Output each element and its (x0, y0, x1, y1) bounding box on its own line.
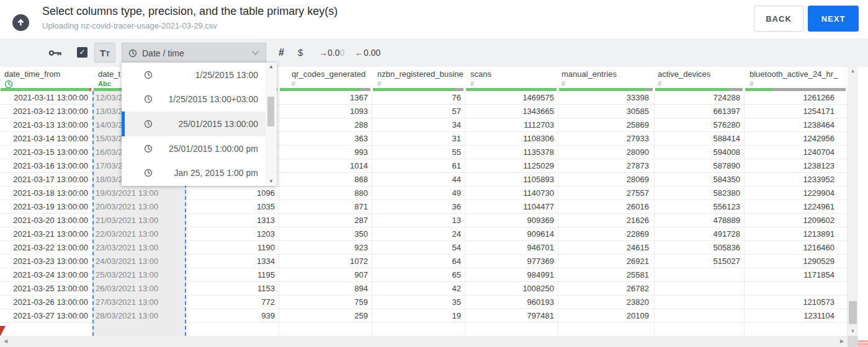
table-row: 2021-03-19 13:00:0020/03/2021 13:0010358… (0, 200, 848, 214)
table-cell: 44 (372, 173, 465, 186)
table-cell: 1112703 (465, 118, 558, 131)
table-cell (279, 323, 372, 336)
currency-type-button[interactable]: $ (298, 38, 303, 67)
table-cell: 587890 (655, 159, 745, 172)
table-cell (93, 323, 186, 336)
table-row: 2021-03-26 13:00:0027/03/2021 13:0077275… (0, 296, 848, 309)
column-name: bluetooth_active_24_hr_ (749, 69, 838, 79)
table-cell: 2021-03-15 13:00:00 (0, 146, 93, 159)
date-format-option[interactable]: 1/25/2015 13:00 (122, 63, 266, 87)
table-cell (186, 323, 279, 336)
column-header[interactable]: bluetooth_active_24_hr_# (745, 67, 848, 91)
table-cell: 661397 (655, 105, 745, 118)
primary-key-icon[interactable] (48, 38, 63, 67)
chevron-down-icon (251, 50, 259, 56)
clock-icon (144, 120, 153, 128)
date-format-option[interactable]: 25/01/2015 13:00:00 (122, 112, 266, 136)
table-cell: 27873 (558, 159, 655, 172)
scroll-down-button[interactable]: ▼ (848, 327, 858, 336)
increase-decimals-button[interactable]: →0.00 (319, 38, 344, 67)
column-header[interactable]: active_devices# (655, 67, 745, 91)
scroll-up-button[interactable]: ▲ (266, 63, 277, 71)
table-cell: 259 (279, 309, 372, 322)
table-cell: 21/03/2021 13:00 (93, 214, 186, 227)
option-label: 25/01/2015 1:00:00 pm (169, 136, 258, 161)
table-cell: 2021-03-27 13:00:00 (0, 309, 93, 322)
table-cell: 1135378 (465, 146, 558, 159)
number-type-button[interactable]: # (279, 38, 284, 67)
table-cell: 1469575 (465, 91, 558, 104)
vertical-scrollbar[interactable]: ▲ ▼ (848, 67, 858, 336)
upload-status: Uploading nz-covid-tracer-usage-2021-03-… (42, 21, 217, 30)
page-title: Select columns type, precision, and the … (42, 5, 338, 18)
column-type-select[interactable]: Date / time (122, 43, 266, 63)
column-header[interactable]: date_time_from (0, 67, 93, 91)
table-cell: 1096 (186, 187, 279, 200)
table-cell: 27933 (558, 132, 655, 145)
table-row: 2021-03-20 13:00:0021/03/2021 13:0013132… (0, 214, 848, 227)
table-cell: 20109 (558, 309, 655, 322)
column-header[interactable]: nzbn_registered_busine# (372, 67, 465, 91)
include-column-checkbox[interactable]: ✓ (77, 47, 87, 58)
table-cell: 588414 (655, 132, 745, 145)
date-format-option[interactable]: 25/01/2015 1:00:00 pm (122, 136, 266, 161)
table-cell: 1072 (279, 255, 372, 268)
table-cell: 1313 (186, 214, 279, 227)
date-format-option[interactable]: Jan 25, 2015 1:00 pm (122, 160, 266, 185)
column-header[interactable]: manual_entries# (558, 67, 655, 91)
table-cell: 582380 (655, 187, 745, 200)
table-cell: 1153 (186, 282, 279, 295)
table-cell: 2021-03-21 13:00:00 (0, 227, 93, 240)
date-format-option[interactable]: 1/25/2015 13:00+03:00 (122, 87, 266, 112)
number-type-icon: # (749, 80, 753, 87)
column-header[interactable]: scans# (465, 67, 558, 91)
table-cell: 1035 (186, 200, 279, 213)
table-cell: 23/03/2021 13:00 (93, 241, 186, 254)
text-type-button[interactable]: TT (94, 43, 115, 63)
column-name: qr_codes_generated (292, 69, 365, 79)
table-cell: 772 (186, 296, 279, 309)
table-cell: 1242956 (745, 132, 848, 145)
scroll-right-button[interactable]: ▶ (838, 336, 846, 347)
next-button[interactable]: NEXT (808, 6, 859, 32)
back-button[interactable]: BACK (754, 6, 803, 32)
decrease-decimals-button[interactable]: ←0.00 (355, 38, 380, 67)
table-cell: 1190 (186, 241, 279, 254)
scroll-left-button[interactable]: ◀ (1, 336, 10, 347)
table-cell: 909614 (465, 227, 558, 240)
table-row: 2021-03-27 13:00:0028/03/2021 13:0093925… (0, 309, 848, 323)
column-header[interactable]: qr_codes_generated# (279, 67, 372, 91)
number-type-icon: # (470, 80, 474, 87)
table-cell: 19/03/2021 13:00 (93, 187, 186, 200)
table-cell: 556123 (655, 200, 745, 213)
vertical-scrollbar-thumb[interactable] (849, 301, 857, 324)
scroll-down-button[interactable]: ▼ (266, 177, 277, 186)
clock-icon (128, 49, 137, 58)
number-type-icon: # (562, 80, 565, 87)
table-cell: 2021-03-18 13:00:00 (0, 187, 93, 200)
column-name: manual_entries (562, 69, 617, 79)
table-row (0, 323, 848, 335)
clock-icon (144, 144, 153, 153)
number-type-icon: # (292, 80, 295, 87)
dropdown-scrollbar-thumb[interactable] (267, 97, 274, 126)
table-cell: 880 (279, 187, 372, 200)
table-cell: 2021-03-19 13:00:00 (0, 200, 93, 213)
table-row: 2021-03-23 13:00:0024/03/2021 13:0013341… (0, 255, 848, 268)
table-cell: 984991 (465, 268, 558, 281)
table-cell: 515027 (655, 255, 745, 268)
horizontal-scrollbar[interactable]: ◀ ▶ (0, 336, 848, 347)
type-select-value: Date / time (142, 48, 251, 58)
top-bar: Select columns type, precision, and the … (0, 0, 868, 38)
table-cell: 28090 (558, 146, 655, 159)
table-cell: 1334 (186, 255, 279, 268)
scroll-up-button[interactable]: ▲ (848, 67, 858, 76)
table-cell: 27/03/2021 13:00 (93, 296, 186, 309)
table-cell: 64 (372, 255, 465, 268)
dropdown-scrollbar[interactable]: ▲ ▼ (266, 63, 277, 186)
table-cell: 939 (186, 309, 279, 322)
table-cell: 2021-03-20 13:00:00 (0, 214, 93, 227)
table-cell: 33398 (558, 91, 655, 104)
table-cell: 363 (279, 132, 372, 145)
table-cell: 20/03/2021 13:00 (93, 200, 186, 213)
